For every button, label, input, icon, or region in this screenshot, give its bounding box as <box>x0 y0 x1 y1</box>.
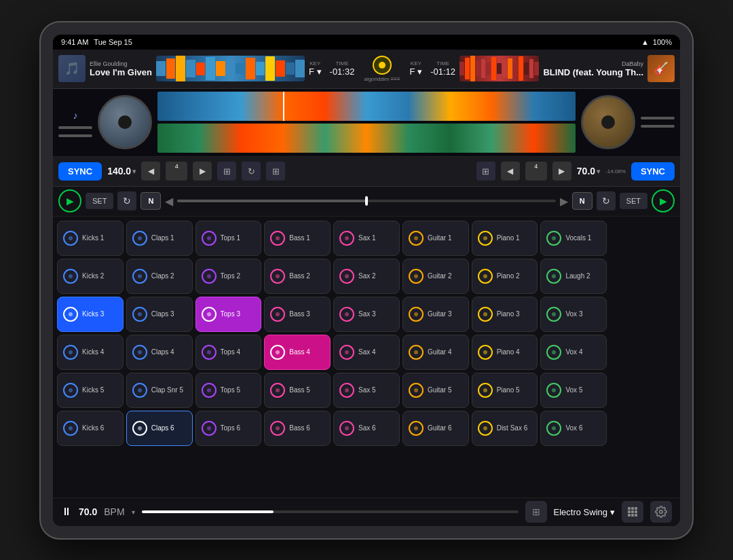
loop-prev-right[interactable]: ◀ <box>501 162 520 181</box>
loop-next-left[interactable]: ▶ <box>193 162 212 181</box>
svg-rect-8 <box>635 514 637 517</box>
pad-bass-4[interactable]: Bass 4 <box>264 335 331 370</box>
pad-kicks-2[interactable]: Kicks 2 <box>57 259 124 294</box>
set-button-left[interactable]: SET <box>86 193 113 209</box>
pad-bass-3[interactable]: Bass 3 <box>264 297 331 332</box>
pad-piano-1[interactable]: Piano 1 <box>472 221 538 256</box>
pad-claps-2[interactable]: Claps 2 <box>126 259 193 294</box>
pad-tops-4[interactable]: Tops 4 <box>195 335 262 370</box>
pad-sax-1[interactable]: Sax 1 <box>333 221 400 256</box>
bpm-display-right: 70.0 ▾ <box>577 166 600 176</box>
pad-claps-3[interactable]: Claps 3 <box>126 297 193 332</box>
pad-kicks-6[interactable]: Kicks 6 <box>57 411 124 446</box>
pad-clap-snr-5[interactable]: Clap Snr 5 <box>126 373 193 408</box>
pad-guitar-5[interactable]: Guitar 5 <box>402 373 469 408</box>
pad-sax-3[interactable]: Sax 3 <box>333 297 400 332</box>
svg-rect-6 <box>628 514 631 517</box>
pad-tops-6[interactable]: Tops 6 <box>195 411 262 446</box>
sync-button-right[interactable]: SYNC <box>631 162 675 181</box>
pad-sax-4[interactable]: Sax 4 <box>333 335 400 370</box>
pad-vox-4[interactable]: Vox 4 <box>540 335 607 370</box>
loop-button-left[interactable]: ↻ <box>117 191 136 210</box>
sync-button-left[interactable]: SYNC <box>58 162 102 181</box>
pad-sax-6[interactable]: Sax 6 <box>333 411 400 446</box>
pad-piano-4[interactable]: Piano 4 <box>472 335 538 370</box>
pad-piano-5[interactable]: Piano 5 <box>472 373 538 408</box>
right-track-info: 🎸 DaBaby BLIND (feat. Young Th... <box>410 55 675 82</box>
loop-display-right: 4 <box>525 162 547 181</box>
pad-vox-6[interactable]: Vox 6 <box>540 411 607 446</box>
claps-column: Claps 1 Claps 2 Claps 3 Claps 4 Clap Snr… <box>126 221 193 493</box>
svg-rect-0 <box>628 507 631 510</box>
bottom-center-icon[interactable]: ⊞ <box>525 501 547 523</box>
bottom-progress-bar[interactable] <box>142 510 519 513</box>
pad-laugh-2[interactable]: Laugh 2 <box>540 259 607 294</box>
left-arrow: ◀ <box>165 195 173 208</box>
pause-icon: ⏸ <box>61 506 72 518</box>
n-button-left[interactable]: N <box>140 192 161 210</box>
battery-status: 100% <box>653 38 672 46</box>
pad-kicks-3[interactable]: Kicks 3 <box>57 297 124 332</box>
pad-tops-2[interactable]: Tops 2 <box>195 259 262 294</box>
bpm-caret: ▾ <box>132 508 135 516</box>
pad-guitar-1[interactable]: Guitar 1 <box>402 221 469 256</box>
pad-tops-5[interactable]: Tops 5 <box>195 373 262 408</box>
pad-claps-4[interactable]: Claps 4 <box>126 335 193 370</box>
pad-kicks-4[interactable]: Kicks 4 <box>57 335 124 370</box>
pad-piano-2[interactable]: Piano 2 <box>472 259 538 294</box>
sync-icon[interactable]: ↻ <box>242 162 261 181</box>
pad-tops-3[interactable]: Tops 3 <box>195 297 262 332</box>
pad-dist-sax-6[interactable]: Dist Sax 6 <box>472 411 538 446</box>
pad-claps-1[interactable]: Claps 1 <box>126 221 193 256</box>
set-button-right[interactable]: SET <box>620 193 647 209</box>
pad-vox-3[interactable]: Vox 3 <box>540 297 607 332</box>
play-button-right[interactable]: ▶ <box>652 189 675 212</box>
pad-piano-3[interactable]: Piano 3 <box>472 297 538 332</box>
pad-vocals-1[interactable]: Vocals 1 <box>540 221 607 256</box>
fx-button[interactable]: ⊞ <box>217 162 236 181</box>
svg-rect-3 <box>628 510 631 513</box>
pad-bass-1[interactable]: Bass 1 <box>264 221 331 256</box>
pad-kicks-1[interactable]: Kicks 1 <box>57 221 124 256</box>
grid-icon[interactable]: ⊞ <box>266 162 285 181</box>
genre-selector[interactable]: Electro Swing ▾ <box>554 507 615 517</box>
pad-guitar-6[interactable]: Guitar 6 <box>402 411 469 446</box>
status-date: Tue Sep 15 <box>94 38 132 46</box>
pad-sax-2[interactable]: Sax 2 <box>333 259 400 294</box>
pad-bass-6[interactable]: Bass 6 <box>264 411 331 446</box>
cue-bar: ▶ SET ↻ N ◀ ▶ N ↻ SET ▶ <box>53 187 680 217</box>
grid-icon-bottom[interactable] <box>622 501 643 523</box>
play-button-left[interactable]: ▶ <box>58 189 81 212</box>
pad-bass-5[interactable]: Bass 5 <box>264 373 331 408</box>
right-arrow: ▶ <box>560 195 568 208</box>
right-track-thumb: 🎸 <box>647 55 675 82</box>
left-track-info: Ellie Goulding Love I'm Given <box>90 56 354 81</box>
gear-icon-bottom[interactable] <box>650 501 672 523</box>
right-controls-col <box>641 117 675 128</box>
pad-guitar-3[interactable]: Guitar 3 <box>402 297 469 332</box>
music-note-button-left[interactable]: ♪ <box>67 107 83 124</box>
genre-label: Electro Swing <box>554 507 607 517</box>
n-button-right[interactable]: N <box>572 192 593 210</box>
grid-icon-center-right[interactable]: ⊞ <box>476 162 495 181</box>
tops-column: Tops 1 Tops 2 Tops 3 Tops 4 Tops 5 Tops … <box>195 221 262 493</box>
loop-prev-left[interactable]: ◀ <box>141 162 160 181</box>
pad-kicks-5[interactable]: Kicks 5 <box>57 373 124 408</box>
svg-point-9 <box>660 510 663 514</box>
pads-grid: Kicks 1 Kicks 2 Kicks 3 Kicks 4 Kicks 5 … <box>53 217 680 498</box>
right-time: TIME -01:12 <box>430 60 455 77</box>
pad-sax-5[interactable]: Sax 5 <box>333 373 400 408</box>
loop-button-right[interactable]: ↻ <box>597 191 616 210</box>
pad-bass-2[interactable]: Bass 2 <box>264 259 331 294</box>
pad-guitar-2[interactable]: Guitar 2 <box>402 259 469 294</box>
pad-guitar-4[interactable]: Guitar 4 <box>402 335 469 370</box>
pad-tops-1[interactable]: Tops 1 <box>195 221 262 256</box>
right-key: KEY F ▾ <box>410 60 423 77</box>
pad-claps-6[interactable]: Claps 6 <box>126 411 193 446</box>
loop-next-right[interactable]: ▶ <box>552 162 571 181</box>
left-platter[interactable] <box>98 95 152 149</box>
right-platter[interactable] <box>581 95 635 149</box>
pitch-slider-left[interactable] <box>177 200 555 202</box>
dj-app: 9:41 AM Tue Sep 15 ▲ 100% 🎵 Ellie Gouldi… <box>53 35 680 526</box>
pad-vox-5[interactable]: Vox 5 <box>540 373 607 408</box>
